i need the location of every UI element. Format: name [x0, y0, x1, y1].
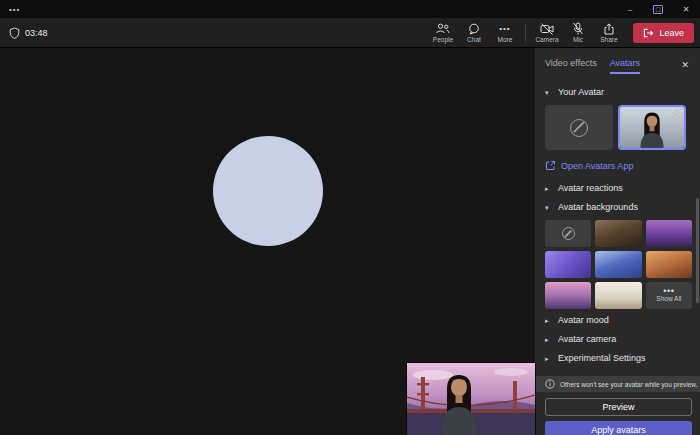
minimize-button[interactable]: – — [616, 0, 644, 18]
people-icon — [435, 23, 450, 35]
avatar-mood-label: Avatar mood — [558, 315, 609, 326]
avatar-placeholder-circle — [213, 136, 323, 246]
share-icon — [603, 23, 615, 35]
meeting-toolbar: 03:48 People Chat — [0, 18, 700, 48]
avatars-panel: Video effects Avatars ✕ ▾ Your Avatar — [535, 48, 700, 435]
section-avatar-camera[interactable]: ▸ Avatar camera — [545, 334, 692, 345]
share-label: Share — [600, 36, 617, 43]
more-button[interactable]: ••• More — [489, 18, 520, 47]
panel-footer: Others won't see your avatar while you p… — [545, 372, 692, 435]
maximize-button[interactable]: □ — [644, 0, 672, 18]
background-tile-violet-abstract[interactable] — [545, 251, 591, 278]
toolbar-controls: People Chat ••• More — [427, 18, 694, 47]
toolbar-divider — [525, 24, 526, 42]
panel-close-icon[interactable]: ✕ — [678, 59, 692, 71]
chevron-right-icon: ▸ — [545, 315, 552, 326]
show-all-label: Show All — [656, 295, 681, 303]
people-label: People — [433, 36, 453, 43]
more-dots-icon: ••• — [499, 23, 510, 35]
timer-value: 03:48 — [25, 28, 48, 38]
chat-label: Chat — [467, 36, 481, 43]
avatar-reactions-label: Avatar reactions — [558, 183, 623, 194]
chevron-right-icon: ▸ — [545, 353, 552, 364]
camera-label: Camera — [535, 36, 558, 43]
teams-meeting-window: { "titlebar": { "menu": "•••" }, "icons"… — [0, 0, 700, 435]
mic-label: Mic — [573, 36, 583, 43]
background-tile-show-all[interactable]: •••Show All — [646, 282, 692, 309]
open-external-icon — [545, 160, 556, 171]
chat-icon — [468, 23, 480, 35]
people-button[interactable]: People — [427, 18, 458, 47]
info-icon — [545, 379, 555, 389]
open-avatars-app-link[interactable]: Open Avatars App — [545, 160, 692, 171]
show-all-dots-icon: ••• — [663, 288, 674, 295]
background-tile-bright-interior[interactable] — [595, 282, 641, 309]
no-avatar-icon — [570, 119, 588, 137]
maximize-icon: □ — [653, 5, 663, 14]
preview-info-banner: Others won't see your avatar while you p… — [535, 376, 700, 392]
apply-avatars-button[interactable]: Apply avatars — [545, 421, 692, 435]
selected-check-icon: ✓ — [674, 107, 681, 116]
chevron-right-icon: ▸ — [545, 183, 552, 194]
your-avatar-label: Your Avatar — [558, 87, 604, 98]
background-tile-cozy-room[interactable] — [595, 220, 641, 247]
avatar-camera-label: Avatar camera — [558, 334, 616, 345]
chevron-right-icon: ▸ — [545, 334, 552, 345]
mic-button[interactable]: Mic — [562, 18, 593, 47]
avatar-selected-thumbnail[interactable]: ✓ — [618, 105, 686, 150]
preview-button[interactable]: Preview — [545, 398, 692, 416]
section-avatar-backgrounds[interactable]: ▾ Avatar backgrounds — [545, 202, 692, 213]
chevron-down-icon: ▾ — [545, 87, 552, 98]
experimental-settings-label: Experimental Settings — [558, 353, 646, 364]
section-experimental-settings[interactable]: ▸ Experimental Settings — [545, 353, 692, 364]
shield-icon — [9, 27, 20, 39]
background-tile-blue-paper-wall[interactable] — [595, 251, 641, 278]
avatar-preview-scene — [407, 363, 535, 435]
preview-info-text: Others won't see your avatar while you p… — [560, 381, 697, 388]
mic-off-icon — [572, 23, 584, 35]
share-button[interactable]: Share — [593, 18, 624, 47]
chevron-down-icon: ▾ — [545, 202, 552, 213]
camera-off-icon — [540, 23, 554, 35]
section-avatar-reactions[interactable]: ▸ Avatar reactions — [545, 183, 692, 194]
leave-label: Leave — [659, 28, 684, 38]
meeting-timer: 03:48 — [6, 27, 48, 39]
close-button[interactable]: ✕ — [672, 0, 700, 18]
tab-video-effects[interactable]: Video effects — [545, 56, 597, 74]
avatar-thumbnails: ✓ — [545, 105, 692, 150]
section-avatar-mood[interactable]: ▸ Avatar mood — [545, 315, 692, 326]
tab-avatars[interactable]: Avatars — [610, 56, 640, 74]
no-background-icon — [562, 227, 575, 240]
camera-button[interactable]: Camera — [531, 18, 562, 47]
panel-tabs: Video effects Avatars ✕ — [545, 56, 692, 74]
background-tile-purple-stage[interactable] — [646, 220, 692, 247]
panel-scrollbar[interactable] — [696, 198, 699, 303]
open-avatars-app-label: Open Avatars App — [561, 161, 633, 171]
system-menu-icon[interactable]: ••• — [0, 5, 20, 14]
more-label: More — [498, 36, 513, 43]
leave-button[interactable]: Leave — [633, 23, 694, 43]
section-your-avatar[interactable]: ▾ Your Avatar — [545, 87, 692, 98]
leave-icon — [643, 28, 654, 38]
chat-button[interactable]: Chat — [458, 18, 489, 47]
background-tile-warm-lounge[interactable] — [646, 251, 692, 278]
titlebar: ••• – □ ✕ — [0, 0, 700, 18]
avatar-none-thumbnail[interactable] — [545, 105, 613, 150]
background-tile-none[interactable] — [545, 220, 591, 247]
meeting-content: Video effects Avatars ✕ ▾ Your Avatar — [0, 48, 700, 435]
background-tile-bridge-sunset[interactable] — [545, 282, 591, 309]
background-grid: •••Show All — [545, 220, 692, 309]
window-controls: – □ ✕ — [616, 0, 700, 18]
self-video-preview[interactable] — [407, 363, 535, 435]
avatar-backgrounds-label: Avatar backgrounds — [558, 202, 638, 213]
